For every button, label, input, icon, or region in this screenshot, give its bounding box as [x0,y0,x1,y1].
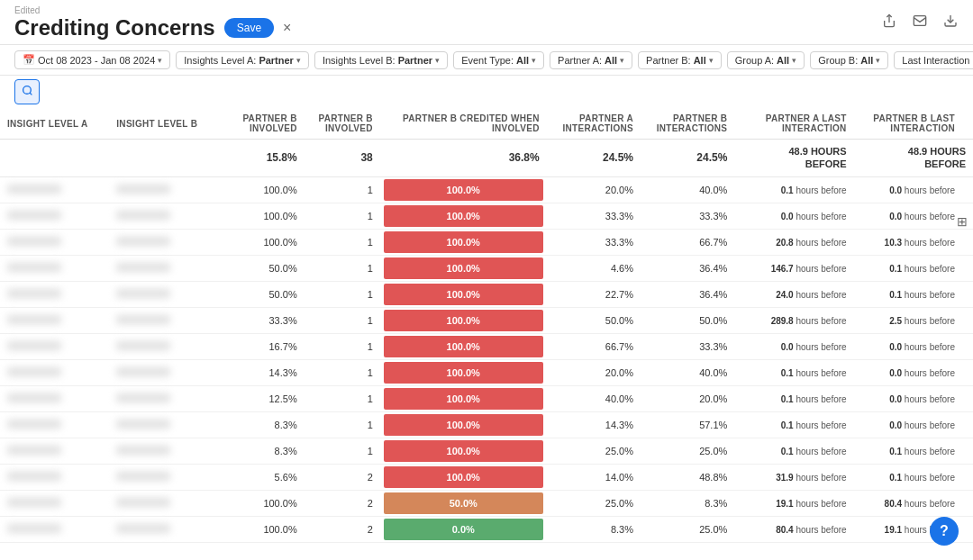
pb-count-cell: 1 [305,255,380,281]
pb-count-cell: 1 [305,411,380,438]
email-icon[interactable] [912,13,928,29]
pb-interactions-cell: 36.4% [641,255,734,281]
insight-a-cell [0,464,109,490]
close-button[interactable]: × [283,21,291,35]
heat-value: 100.0% [384,336,543,357]
insight-b-value [116,498,170,507]
pb-last-cell: 0.1 hours before [854,464,973,490]
partner-a-filter[interactable]: Partner A: All ▾ [550,51,632,69]
chevron-icon: ▾ [158,56,162,65]
pa-last-value: 0.1 hours before [781,447,847,456]
chevron-icon: ▾ [792,56,796,65]
col-insight-a: INSIGHT LEVEL A [0,108,109,140]
insight-a-cell [0,203,109,229]
pb-last-cell: 0.0 hours before [854,385,973,411]
pb-pct-cell: 14.3% [229,359,305,385]
search-row [0,76,973,108]
partner-b-filter[interactable]: Partner B: All ▾ [638,51,722,69]
insight-b-cell [109,490,228,516]
summary-pa-last: 48.9 HOURSBEFORE [734,140,853,177]
pb-pct-cell: 100.0% [229,203,305,229]
chevron-icon: ▾ [296,56,301,65]
date-range-label: Oct 08 2023 - Jan 08 2024 [38,55,155,66]
pa-last-cell: 0.1 hours before [734,176,853,203]
col-pb-involved-count: PARTNER BINVOLVED [305,108,380,140]
pa-interactions-cell: 25.0% [547,438,641,464]
insights-level-b-filter[interactable]: Insights Level B: Partner ▾ [314,51,448,69]
insight-a-cell [0,229,109,255]
pa-last-cell: 146.7 hours before [734,255,853,281]
search-button[interactable] [14,79,40,104]
table-row: 50.0%1100.0%22.7%36.4%24.0 hours before0… [0,281,973,307]
group-b-filter[interactable]: Group B: All ▾ [810,51,888,69]
download-icon[interactable] [942,13,959,29]
pb-last-cell: 0.1 hours before [854,255,973,281]
pb-last-cell: 0.0 hours before [854,176,973,203]
table-row: 100.0%1100.0%33.3%66.7%20.8 hours before… [0,229,973,255]
pb-pct-cell: 50.0% [229,255,305,281]
date-range-filter[interactable]: 📅 Oct 08 2023 - Jan 08 2024 ▾ [14,50,170,69]
filter-label: Last Interaction Diff (sec): [902,55,973,66]
filter-label: Event Type: [461,55,514,66]
credited-cell: 100.0% [380,411,547,438]
insight-a-cell [0,411,109,438]
share-icon[interactable] [881,13,897,29]
summary-pb-last: 48.9 HOURSBEFORE [854,140,973,177]
insight-b-value [116,341,170,350]
summary-row: 15.8% 38 36.8% 24.5% 24.5% 48.9 HOURSBEF… [0,140,973,177]
event-type-filter[interactable]: Event Type: All ▾ [453,51,544,69]
pb-pct-cell: 33.3% [229,307,305,333]
pb-last-value: 0.0 hours before [889,212,955,221]
pb-interactions-cell: 8.3% [641,490,734,516]
pa-last-value: 20.8 hours before [776,238,846,248]
svg-point-3 [23,86,31,95]
pa-interactions-cell: 14.3% [547,411,641,438]
filter-label: Insights Level A: [184,55,256,66]
pb-pct-cell: 8.3% [229,438,305,464]
pa-interactions-cell: 66.7% [547,333,641,359]
pa-interactions-cell: 4.6% [547,255,641,281]
pb-pct-cell: 8.3% [229,411,305,438]
pb-last-value: 80.4 hours before [885,499,955,509]
table-row: 100.0%250.0%25.0%8.3%19.1 hours before80… [0,490,973,516]
filter-value: Partner [259,55,294,66]
insight-b-value [116,420,170,429]
summary-pb-count: 38 [305,140,380,177]
summary-pa-int: 24.5% [547,140,641,177]
group-a-filter[interactable]: Group A: All ▾ [727,51,805,69]
pb-last-value: 0.1 hours before [889,447,955,456]
table-row: 16.7%1100.0%66.7%33.3%0.0 hours before0.… [0,333,973,359]
heat-value: 100.0% [384,284,543,305]
save-button[interactable]: Save [224,18,274,38]
insight-a-value [7,211,61,220]
pa-interactions-cell: 25.0% [547,490,641,516]
summary-pb-pct: 15.8% [229,140,305,177]
pa-interactions-cell: 22.7% [547,281,641,307]
insight-b-cell [109,333,228,359]
insight-b-cell [109,176,228,203]
last-interaction-filter[interactable]: Last Interaction Diff (sec): All ▾ [894,51,973,69]
pb-interactions-cell: 33.3% [641,203,734,229]
insight-a-cell [0,255,109,281]
insight-a-value [7,524,61,533]
col-pb-credited: PARTNER B CREDITED WHENINVOLVED [380,108,547,140]
pb-count-cell: 2 [305,490,380,516]
pa-last-cell: 0.1 hours before [734,411,853,438]
insight-a-value [7,472,61,481]
credited-cell: 50.0% [380,490,547,516]
filter-label: Insights Level B: [323,55,396,66]
pb-count-cell: 1 [305,333,380,359]
insight-b-value [116,524,170,533]
pa-last-value: 80.4 hours before [776,525,846,535]
help-button[interactable]: ? [930,517,959,546]
pb-last-value: 0.0 hours before [889,368,955,378]
insights-level-a-filter[interactable]: Insights Level A: Partner ▾ [176,51,309,69]
insight-a-value [7,393,61,402]
insight-a-cell [0,359,109,385]
pb-last-value: 0.1 hours before [889,473,955,483]
pb-interactions-cell: 48.8% [641,464,734,490]
insight-b-value [116,289,170,298]
filter-value: All [605,55,617,66]
pb-last-value: 2.5 hours before [889,316,955,326]
insight-b-value [116,393,170,402]
